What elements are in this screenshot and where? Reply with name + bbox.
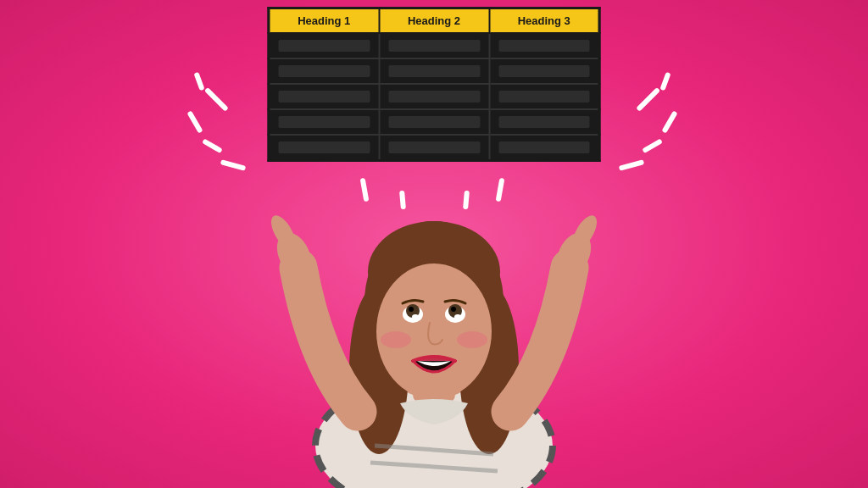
table-cell — [489, 84, 599, 109]
table-cell — [269, 109, 379, 135]
table-row — [269, 135, 599, 161]
table-row — [269, 33, 599, 58]
table-header-3: Heading 3 — [489, 8, 599, 34]
table-cell — [269, 33, 379, 58]
svg-point-18 — [457, 331, 487, 348]
svg-point-8 — [376, 263, 492, 399]
table-cell — [489, 135, 599, 161]
table-cell — [379, 33, 489, 58]
svg-point-16 — [454, 314, 461, 319]
table-cell — [269, 58, 379, 84]
table-header-1: Heading 1 — [269, 8, 379, 34]
table-cell — [489, 33, 599, 58]
table-row — [269, 84, 599, 109]
svg-point-14 — [451, 307, 456, 312]
svg-point-15 — [412, 314, 419, 319]
table-header-2: Heading 2 — [379, 8, 489, 34]
svg-point-17 — [381, 331, 411, 348]
table-cell — [379, 109, 489, 135]
table-cell — [489, 58, 599, 84]
table-row — [269, 109, 599, 135]
comparison-table: Heading 1 Heading 2 Heading 3 — [268, 7, 601, 162]
table-cell — [269, 84, 379, 109]
table-cell — [379, 84, 489, 109]
svg-point-13 — [409, 307, 414, 312]
table-cell — [379, 135, 489, 161]
table-cell — [379, 58, 489, 84]
table-row — [269, 58, 599, 84]
table-cell — [489, 109, 599, 135]
table-cell — [269, 135, 379, 161]
data-table-wrapper: Heading 1 Heading 2 Heading 3 — [268, 7, 601, 162]
